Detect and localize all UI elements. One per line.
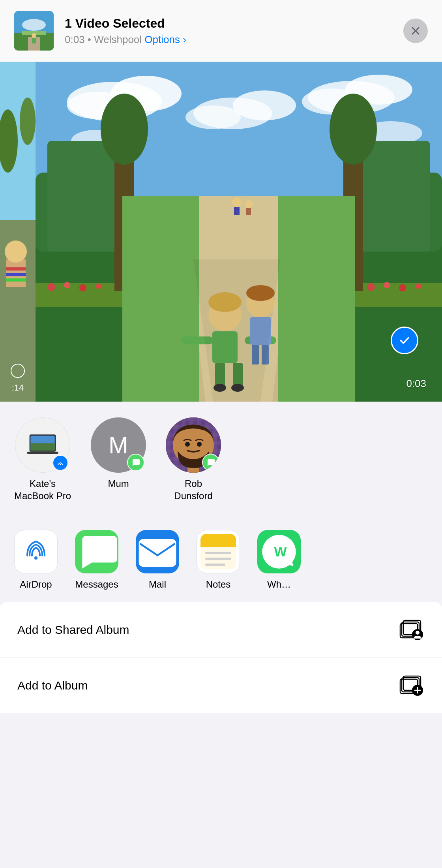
svg-point-57 — [245, 200, 253, 208]
message-badge-mum — [127, 454, 144, 471]
shared-album-icon — [399, 617, 425, 643]
svg-point-11 — [20, 98, 36, 145]
video-duration: 0:03 — [406, 378, 426, 390]
app-label-mail: Mail — [149, 579, 166, 590]
action-add-album[interactable]: Add to Album — [0, 658, 442, 713]
person-mum[interactable]: M Mum — [91, 417, 146, 502]
app-messages[interactable]: Messages — [75, 530, 118, 590]
side-duration: :14 — [0, 383, 36, 393]
action-add-shared-album[interactable]: Add to Shared Album — [0, 602, 442, 658]
close-icon — [410, 25, 421, 36]
people-section: Kate'sMacBook Pro M Mum — [0, 402, 442, 514]
app-label-whatsapp: Wh… — [267, 579, 291, 590]
actions-section: Add to Shared Album Add to Album — [0, 602, 442, 713]
svg-point-55 — [232, 197, 242, 207]
mail-app-icon — [136, 530, 179, 573]
shared-album-icon-wrap — [399, 617, 425, 643]
photo-strip: :14 — [0, 62, 442, 402]
svg-rect-98 — [205, 552, 231, 554]
svg-rect-53 — [122, 196, 199, 402]
person-name-mum: Mum — [108, 477, 129, 490]
svg-rect-14 — [6, 267, 26, 271]
svg-point-81 — [60, 464, 61, 465]
airdrop-app-icon — [14, 530, 58, 573]
notes-app-icon — [197, 530, 240, 573]
svg-point-37 — [79, 284, 86, 291]
svg-text:W: W — [274, 545, 287, 560]
svg-point-89 — [185, 442, 190, 447]
options-chevron: › — [183, 34, 186, 45]
app-label-notes: Notes — [206, 579, 231, 590]
messages-icon — [75, 530, 118, 573]
mail-icon — [136, 530, 179, 573]
header-location: Welshpool — [94, 34, 142, 45]
svg-point-43 — [367, 283, 375, 291]
person-kates-macbook[interactable]: Kate'sMacBook Pro — [14, 417, 71, 502]
svg-rect-15 — [6, 273, 26, 276]
svg-point-13 — [5, 240, 27, 263]
airdrop-icon — [22, 537, 50, 566]
selected-check — [391, 327, 418, 354]
app-label-airdrop: AirDrop — [20, 579, 52, 590]
app-whatsapp[interactable]: W Wh… — [257, 530, 301, 590]
svg-point-38 — [96, 284, 101, 289]
avatar-initial-letter: M — [109, 432, 128, 459]
svg-point-3 — [22, 19, 46, 31]
svg-rect-41 — [359, 141, 430, 252]
svg-rect-99 — [205, 558, 231, 560]
main-photo[interactable]: 0:03 — [36, 62, 442, 402]
header-meta: 0:03 • Welshpool Options › — [65, 34, 403, 46]
header-duration: 0:03 — [65, 34, 85, 45]
svg-rect-56 — [234, 207, 240, 215]
video-thumbnail — [14, 11, 54, 51]
person-name-rob: RobDunsford — [174, 477, 212, 502]
svg-point-92 — [34, 556, 37, 560]
avatar-rob — [166, 417, 221, 473]
messages-app-icon — [75, 530, 118, 573]
whatsapp-app-icon: W — [257, 530, 301, 573]
app-notes[interactable]: Notes — [197, 530, 240, 590]
svg-point-46 — [416, 284, 421, 289]
avatar-device — [15, 417, 70, 473]
svg-point-50 — [330, 94, 377, 165]
apps-section: AirDrop Messages Mail — [0, 514, 442, 602]
header-info: 1 Video Selected 0:03 • Welshpool Option… — [65, 16, 403, 45]
svg-point-107 — [416, 631, 420, 635]
options-link[interactable]: Options — [144, 34, 180, 45]
svg-rect-6 — [32, 38, 36, 43]
svg-rect-33 — [47, 141, 118, 252]
app-airdrop[interactable]: AirDrop — [14, 530, 58, 590]
apps-row: AirDrop Messages Mail — [14, 530, 428, 590]
message-badge-rob — [202, 454, 219, 471]
svg-rect-79 — [37, 451, 48, 452]
person-rob[interactable]: RobDunsford — [166, 417, 221, 502]
svg-rect-54 — [278, 196, 355, 402]
svg-point-35 — [47, 283, 55, 291]
add-album-icon-wrap — [399, 673, 425, 698]
svg-point-45 — [399, 284, 406, 291]
svg-point-44 — [384, 282, 390, 288]
share-header: 1 Video Selected 0:03 • Welshpool Option… — [0, 0, 442, 62]
action-add-album-label: Add to Album — [17, 679, 88, 692]
app-mail[interactable]: Mail — [136, 530, 179, 590]
close-button[interactable] — [403, 19, 428, 43]
header-title: 1 Video Selected — [65, 16, 403, 31]
action-shared-album-label: Add to Shared Album — [17, 623, 129, 637]
svg-point-5 — [32, 33, 36, 38]
svg-point-23 — [233, 90, 296, 120]
svg-point-48 — [101, 94, 148, 165]
svg-rect-77 — [30, 443, 54, 451]
svg-point-90 — [197, 442, 202, 447]
add-album-icon — [399, 673, 425, 698]
airdrop-badge — [52, 455, 68, 471]
svg-point-36 — [64, 282, 70, 288]
macbook-icon — [27, 433, 58, 457]
svg-rect-100 — [205, 564, 225, 566]
person-name-kates-macbook: Kate'sMacBook Pro — [14, 477, 71, 502]
unselected-circle — [11, 364, 25, 378]
side-photo[interactable]: :14 — [0, 62, 36, 402]
svg-rect-97 — [200, 540, 236, 547]
whatsapp-icon: W — [257, 530, 301, 573]
avatar-mum: M — [91, 417, 146, 473]
people-row: Kate'sMacBook Pro M Mum — [14, 417, 428, 502]
